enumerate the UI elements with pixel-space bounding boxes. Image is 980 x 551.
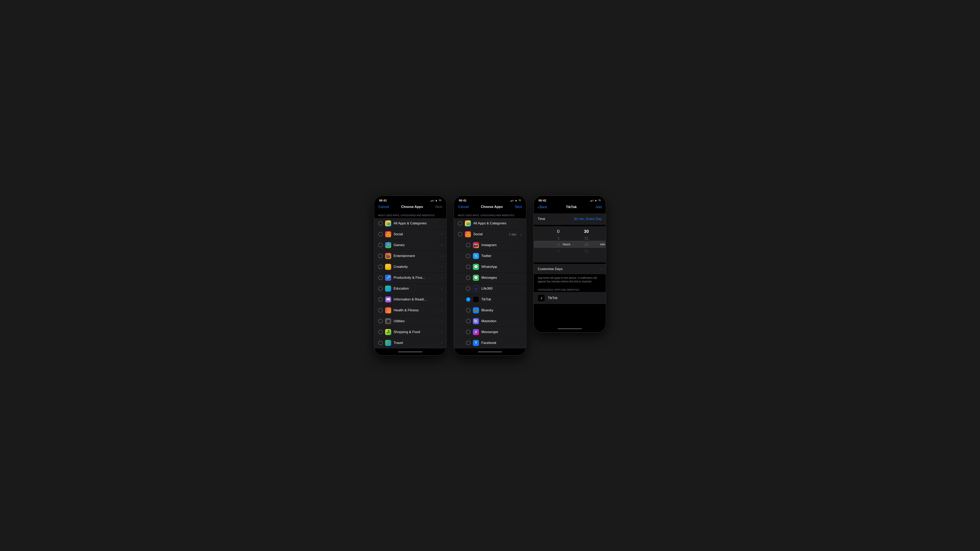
add-button-3[interactable]: Add: [596, 205, 602, 209]
chevron-productivity: ›: [441, 276, 442, 279]
time-row[interactable]: Time 30 min, Every Day: [534, 214, 606, 224]
label-messenger: Messenger: [481, 330, 522, 334]
picker-min-33[interactable]: 33: [574, 248, 599, 254]
radio-messages[interactable]: [466, 275, 471, 280]
radio-shopping[interactable]: [378, 330, 383, 334]
list-item-health[interactable]: 🏋 Health & Fitness ›: [374, 305, 446, 316]
radio-messenger[interactable]: [466, 330, 471, 334]
label-whatsapp: WhatsApp: [481, 265, 522, 269]
time-picker[interactable]: 0 1 2 3 hours: [534, 226, 606, 262]
list-item-social[interactable]: 😍 Social ›: [374, 229, 446, 240]
list-item-education[interactable]: 🌐 Education ›: [374, 283, 446, 294]
radio-mastodon[interactable]: [466, 319, 471, 323]
radio-utilities[interactable]: [378, 319, 383, 323]
signal-bar-1: [431, 201, 431, 202]
status-bar-3: 06:42 ▲ 91: [534, 196, 606, 203]
signal-bar-2-1: [510, 201, 511, 202]
radio-bluesky[interactable]: [466, 308, 471, 313]
list-item-utilities[interactable]: ▦ Utilities ›: [374, 316, 446, 327]
radio-health[interactable]: [378, 308, 383, 313]
radio-p2-all[interactable]: [458, 221, 463, 225]
phone-2: 06:41 ▲ 91 Cancel Choose Apps Next MOST …: [454, 195, 526, 356]
list-item-entertainment[interactable]: 🎬 Entertainment ›: [374, 251, 446, 261]
chevron-utilities: ›: [441, 319, 442, 323]
icon-bluesky: 🦋: [473, 307, 479, 313]
icon-health: 🏋: [385, 307, 391, 313]
icon-education: 🌐: [385, 286, 391, 292]
list-item-travel[interactable]: 🌴 Travel ›: [374, 338, 446, 348]
tiktok-app-row[interactable]: ♪ TikTok: [534, 292, 606, 304]
radio-p2-social[interactable]: [458, 232, 463, 237]
radio-instagram[interactable]: [466, 243, 471, 247]
radio-social[interactable]: [378, 232, 383, 237]
radio-games[interactable]: [378, 243, 383, 247]
list-item-p2-all[interactable]: 🗂 All Apps & Categories: [454, 218, 526, 229]
list-item-games[interactable]: 🚀 Games ›: [374, 240, 446, 251]
wifi-icon-1: ▲: [435, 199, 438, 202]
radio-education[interactable]: [378, 286, 383, 291]
list-item-life360[interactable]: ◎ Life360: [454, 283, 526, 294]
picker-min-32[interactable]: 32: [574, 241, 599, 248]
picker-min-30[interactable]: 30: [574, 228, 599, 235]
mins-column[interactable]: 30 31 32 33: [571, 228, 599, 261]
list-item-info[interactable]: 📖 Information & Readi... ›: [374, 294, 446, 305]
list-item-p2-social[interactable]: 😍 Social 1 app ⌄: [454, 229, 526, 240]
home-indicator-1: [374, 349, 446, 356]
back-label-3[interactable]: Back: [539, 205, 547, 209]
list-item-creativity[interactable]: 🔑 Creativity ›: [374, 262, 446, 272]
picker-hour-2[interactable]: 2: [534, 241, 560, 248]
icon-facebook: f: [473, 340, 479, 346]
list-item-productivity[interactable]: ✈️ Productivity & Fina... ›: [374, 273, 446, 283]
icon-social: 😍: [385, 231, 391, 237]
radio-life360[interactable]: [466, 286, 471, 291]
list-item-whatsapp[interactable]: 💬 WhatsApp: [454, 262, 526, 272]
list-item-facebook[interactable]: f Facebook: [454, 338, 526, 348]
list-item-all[interactable]: 🗂 All Apps & Categories: [374, 218, 446, 229]
customise-days-row[interactable]: Customise Days ›: [534, 264, 606, 274]
list-container-2: MOST USED APPS, CATEGORIES AND WEBSITES …: [454, 211, 526, 349]
back-button-3[interactable]: ‹ Back: [538, 205, 547, 210]
list-item-mastodon[interactable]: 🐘 Mastodon: [454, 316, 526, 327]
list-item-shopping[interactable]: 🏖 Shopping & Food ›: [374, 327, 446, 337]
cancel-button-2[interactable]: Cancel: [458, 205, 469, 209]
radio-info[interactable]: [378, 297, 383, 302]
signal-bar-2-4: [513, 200, 514, 202]
radio-all[interactable]: [378, 221, 383, 225]
radio-entertainment[interactable]: [378, 254, 383, 258]
icon-whatsapp: 💬: [473, 264, 479, 270]
chevron-games: ›: [441, 243, 442, 247]
icon-travel: 🌴: [385, 340, 391, 346]
label-productivity: Productivity & Fina...: [394, 276, 439, 280]
home-indicator-3: [534, 326, 606, 332]
phone-3: 06:42 ▲ 91 ‹ Back TikTok Add: [533, 195, 606, 332]
picker-hour-3[interactable]: 3: [534, 248, 560, 254]
list-item-messenger[interactable]: ⚡ Messenger: [454, 327, 526, 337]
hours-label: hours: [563, 241, 570, 248]
list-item-bluesky[interactable]: 🦋 Bluesky: [454, 305, 526, 316]
label-tiktok: TikTok: [481, 297, 522, 302]
time-section: Time 30 min, Every Day: [534, 214, 606, 225]
radio-creativity[interactable]: [378, 265, 383, 269]
expand-icon-social[interactable]: ⌄: [520, 233, 522, 236]
list-item-messages[interactable]: 💬 Messages: [454, 273, 526, 283]
list-item-tiktok[interactable]: ♪ TikTok: [454, 294, 526, 305]
icon-shopping: 🏖: [385, 329, 391, 335]
label-messages: Messages: [481, 276, 522, 280]
next-button-2[interactable]: Next: [515, 205, 522, 209]
next-button-1[interactable]: Next: [435, 205, 442, 209]
picker-min-31[interactable]: 31: [574, 235, 599, 241]
picker-hour-0[interactable]: 0: [534, 228, 560, 235]
list-item-instagram[interactable]: 📷 Instagram: [454, 240, 526, 251]
radio-twitter[interactable]: [466, 254, 471, 258]
signal-bar-3: [433, 200, 433, 202]
list-item-twitter[interactable]: 𝕏 Twitter: [454, 251, 526, 261]
radio-whatsapp[interactable]: [466, 265, 471, 269]
picker-hour-1[interactable]: 1: [534, 235, 560, 241]
radio-productivity[interactable]: [378, 275, 383, 280]
label-bluesky: Bluesky: [481, 308, 522, 312]
radio-tiktok[interactable]: [466, 297, 471, 302]
radio-travel[interactable]: [378, 341, 383, 345]
cancel-button-1[interactable]: Cancel: [378, 205, 389, 209]
hours-column[interactable]: 0 1 2 3: [534, 228, 562, 261]
radio-facebook[interactable]: [466, 341, 471, 345]
